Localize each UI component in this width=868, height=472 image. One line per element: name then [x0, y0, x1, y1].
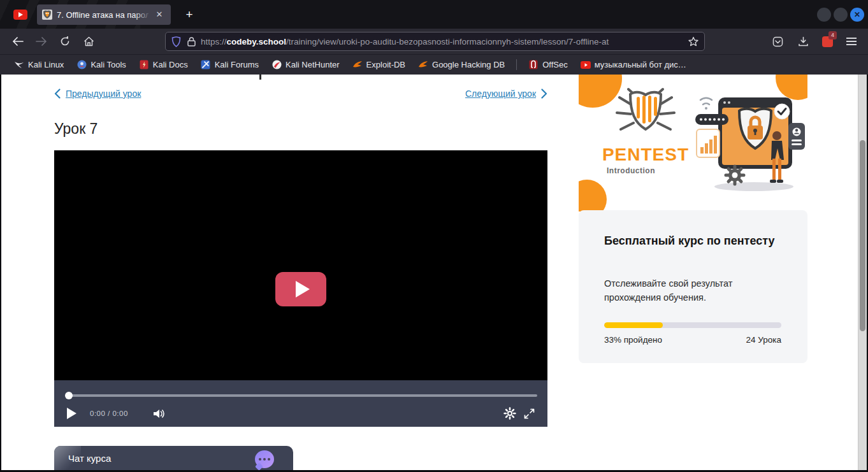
chat-title: Чат курса	[68, 453, 111, 464]
progress-bar-fill	[604, 322, 663, 328]
new-tab-button[interactable]: +	[181, 6, 198, 23]
reload-icon[interactable]	[55, 32, 75, 51]
bookmark-exploit-db[interactable]: Exploit-DB	[347, 58, 410, 72]
bookmark-google-hacking-db[interactable]: Google Hacking DB	[413, 58, 510, 72]
bookmark-kali-docs[interactable]: Kali Docs	[134, 58, 193, 72]
active-tab[interactable]: 7. Offline атака на пароли ✕	[37, 4, 171, 25]
back-button[interactable]	[8, 32, 28, 51]
lessons-count-label: 24 Урока	[746, 335, 781, 345]
url-text: https://codeby.school/training/view/urok…	[201, 37, 688, 46]
seek-bar[interactable]	[66, 394, 537, 397]
bookmarks-separator	[516, 59, 517, 70]
course-banner[interactable]: PENTEST Introduction	[579, 75, 807, 211]
youtube-icon	[13, 10, 27, 20]
exploit-db-bird-icon	[352, 60, 363, 70]
youtube-icon	[581, 60, 591, 70]
menu-button[interactable]	[841, 32, 862, 51]
banner-subtitle: Introduction	[607, 166, 700, 175]
video-screen[interactable]	[54, 150, 547, 380]
kali-dragon-icon	[14, 60, 24, 70]
browser-window: 7. Offline атака на пароли ✕ + ✕	[0, 0, 868, 472]
close-button[interactable]: ✕	[850, 8, 864, 22]
home-button[interactable]	[78, 32, 99, 51]
chevron-left-icon	[54, 89, 61, 99]
extension-button[interactable]: 4	[818, 32, 836, 50]
video-player: 0:00 / 0:00	[54, 150, 547, 427]
banner-title: PENTEST	[591, 145, 700, 165]
sidebar: PENTEST Introduction	[579, 75, 807, 470]
url-bar[interactable]: https://codeby.school/training/view/urok…	[165, 32, 705, 51]
extension-badge: 4	[828, 31, 837, 39]
bookmark-kali-nethunter[interactable]: Kali NetHunter	[266, 58, 345, 72]
tab-close-icon[interactable]: ✕	[153, 8, 166, 21]
bookmark-kali-forums[interactable]: Kali Forums	[196, 58, 264, 72]
bookmark-kali-linux[interactable]: Kali Linux	[9, 58, 69, 72]
fullscreen-icon[interactable]	[519, 404, 539, 423]
time-display: 0:00 / 0:00	[90, 410, 128, 417]
url-text-fade	[658, 33, 688, 50]
progress-card-title: Бесплатный курс по пентесту	[604, 233, 783, 249]
tab-title-fade	[134, 9, 156, 25]
tracking-shield-icon[interactable]	[171, 36, 181, 47]
bookmark-star-icon[interactable]	[688, 36, 698, 46]
kali-tools-icon	[76, 60, 87, 70]
course-progress-card: Бесплатный курс по пентесту Отслеживайте…	[579, 210, 807, 363]
minimize-button[interactable]	[817, 8, 831, 22]
progress-bar	[604, 322, 781, 328]
settings-gear-icon[interactable]	[500, 404, 519, 423]
chevron-right-icon	[541, 89, 547, 99]
kali-forums-icon	[201, 60, 211, 70]
progress-percent-label: 33% пройдено	[604, 335, 662, 345]
site-favicon-icon	[42, 10, 52, 20]
chat-bubble-icon[interactable]	[255, 450, 274, 468]
bookmarks-bar: Kali Linux Kali Tools Kali Docs Kali For…	[0, 54, 868, 75]
maximize-button[interactable]	[834, 8, 848, 22]
downloads-icon[interactable]	[793, 32, 813, 51]
big-play-button[interactable]	[275, 272, 326, 306]
page-scrollbar[interactable]	[858, 75, 867, 470]
pinned-tab-youtube[interactable]	[6, 7, 34, 22]
progress-card-description: Отслеживайте свой результат прохождения …	[604, 276, 789, 304]
bookmark-kali-tools[interactable]: Kali Tools	[71, 58, 131, 72]
seek-handle[interactable]	[65, 392, 73, 399]
lesson-navigation: Предыдущий урок Следующий урок	[54, 89, 547, 101]
ghdb-bird-icon	[418, 60, 428, 70]
lock-icon[interactable]	[187, 37, 196, 46]
kali-nethunter-icon	[271, 60, 282, 70]
security-illustration	[695, 86, 805, 194]
next-lesson-link[interactable]: Следующий урок	[465, 89, 547, 99]
hamburger-icon	[846, 38, 857, 45]
video-controls: 0:00 / 0:00	[54, 380, 547, 427]
previous-lesson-link[interactable]: Предыдущий урок	[54, 89, 141, 99]
scrollbar-thumb[interactable]	[860, 140, 865, 331]
navigation-toolbar: https://codeby.school/training/view/urok…	[0, 29, 868, 54]
tab-bar: 7. Offline атака на пароли ✕ + ✕	[0, 0, 868, 29]
spider-shield-logo	[611, 86, 681, 139]
forward-button[interactable]	[31, 32, 52, 51]
offsec-icon	[528, 60, 539, 70]
page-title: Урок 7	[54, 120, 98, 138]
bookmark-music-bot[interactable]: музыкальный бот дис…	[575, 58, 691, 72]
bookmark-offsec[interactable]: OffSec	[523, 58, 573, 72]
lesson-main-column: Предыдущий урок Следующий урок Урок 7	[54, 75, 547, 470]
course-chat-widget[interactable]: Чат курса	[54, 446, 293, 470]
page-content: Предыдущий урок Следующий урок Урок 7	[1, 75, 867, 470]
pentest-brand: PENTEST Introduction	[591, 86, 700, 175]
play-button[interactable]	[63, 405, 80, 422]
banner-ornament	[579, 180, 607, 211]
volume-icon[interactable]	[152, 408, 165, 419]
pocket-icon[interactable]	[767, 32, 788, 51]
kali-docs-icon	[139, 60, 149, 70]
